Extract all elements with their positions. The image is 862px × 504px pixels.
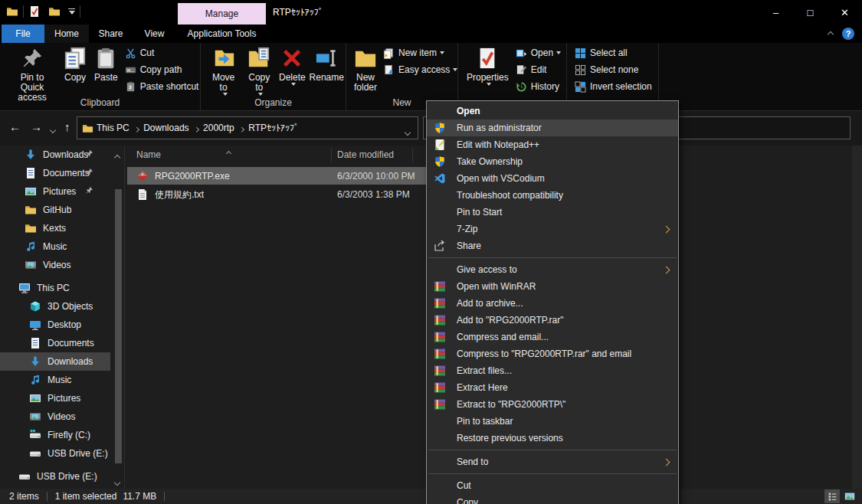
sidebar-item-kexts[interactable]: Kexts: [0, 219, 110, 237]
sidebar-scroll-thumb[interactable]: [115, 189, 122, 463]
ribbon-button-delete[interactable]: Delete: [277, 44, 307, 88]
menu-item-pin-to-start[interactable]: Pin to Start: [427, 204, 678, 221]
file-row-rpg2000rtp-exe[interactable]: RPG2000RTP.exe6/3/2000 10:00 PM: [127, 167, 426, 185]
sidebar-item-music[interactable]: Music: [0, 237, 110, 256]
sidebar-item-downloads[interactable]: Downloads: [0, 146, 110, 164]
sidebar-item-github[interactable]: GitHub: [0, 201, 110, 219]
help-icon[interactable]: ?: [842, 28, 854, 40]
sidebar-item-downloads[interactable]: Downloads: [0, 352, 110, 371]
menu-item-open-with-winrar[interactable]: Open with WinRAR: [427, 278, 678, 295]
breadcrumb-segment-downloads[interactable]: Downloads: [140, 123, 192, 133]
tab-home[interactable]: Home: [44, 25, 89, 43]
breadcrumb-segment-rtp[interactable]: RTPｾｯﾄｱｯﾌﾟ: [245, 123, 302, 133]
ribbon-button-copy[interactable]: Copy: [60, 44, 90, 85]
menu-item-add-to-rpg2000rtp-rar[interactable]: Add to "RPG2000RTP.rar": [427, 312, 678, 329]
sidebar-item-documents[interactable]: Documents: [0, 334, 110, 352]
ribbon-button-invert-selection[interactable]: Invert selection: [575, 78, 652, 95]
menu-item-7-zip[interactable]: 7-Zip: [427, 221, 678, 237]
ribbon-button-open[interactable]: Open: [516, 44, 561, 61]
ribbon-button-copy-path[interactable]: Copy path: [125, 61, 199, 78]
sidebar-item-this-pc[interactable]: This PC: [0, 279, 110, 297]
address-bar[interactable]: This PCDownloads2000rtpRTPｾｯﾄｱｯﾌﾟ: [77, 116, 418, 139]
menu-item-extract-here[interactable]: Extract Here: [427, 379, 678, 396]
column-divider[interactable]: [331, 148, 332, 162]
tab-view[interactable]: View: [133, 25, 176, 43]
scroll-up-icon[interactable]: [115, 152, 120, 162]
ribbon-button-cut[interactable]: Cut: [125, 44, 199, 61]
sidebar-item-3d-objects[interactable]: 3D Objects: [0, 297, 110, 316]
collapse-ribbon-icon[interactable]: [828, 28, 833, 39]
sidebar-item-music[interactable]: Music: [0, 371, 110, 389]
column-header-date-modified[interactable]: Date modified: [337, 146, 421, 164]
ribbon-button-properties[interactable]: Properties: [463, 44, 513, 88]
back-icon[interactable]: ←: [9, 120, 21, 133]
column-divider[interactable]: [412, 148, 413, 162]
menu-item-take-ownership[interactable]: Take Ownership: [427, 153, 678, 170]
menu-item-compress-to-rpg2000rtp-rar-and-email[interactable]: Compress to "RPG2000RTP.rar" and email: [427, 345, 678, 362]
tab-manage[interactable]: Manage: [178, 3, 266, 25]
maximize-button[interactable]: □: [793, 0, 828, 25]
column-header-name[interactable]: Name: [136, 146, 290, 164]
ribbon-button-rename[interactable]: Rename: [307, 44, 346, 85]
up-icon[interactable]: ↑: [64, 120, 70, 133]
thumbnail-view-button[interactable]: [842, 489, 857, 503]
close-button[interactable]: ✕: [828, 0, 862, 25]
address-dropdown-icon[interactable]: [405, 126, 410, 137]
ribbon-button-select-none[interactable]: Select none: [575, 61, 652, 78]
menu-item-troubleshoot-compatibility[interactable]: Troubleshoot compatibility: [427, 187, 678, 204]
file-row-txt[interactable]: 使用規約.txt6/3/2003 1:38 PM: [127, 186, 426, 204]
tab-share[interactable]: Share: [89, 25, 133, 43]
sidebar-item-usb-drive-e[interactable]: USB Drive (E:): [0, 444, 110, 463]
ribbon-button-easy-access[interactable]: Easy access: [383, 61, 457, 78]
menu-item-restore-previous-versions[interactable]: Restore previous versions: [427, 430, 678, 447]
menu-item-extract-files[interactable]: Extract files...: [427, 362, 678, 379]
menu-item-edit-with-notepad[interactable]: Edit with Notepad++: [427, 136, 678, 153]
sidebar-item-pictures[interactable]: Pictures: [0, 182, 110, 201]
menu-item-open[interactable]: Open: [427, 103, 678, 119]
menu-item-add-to-archive[interactable]: Add to archive...: [427, 295, 678, 312]
menu-item-open-with-vscodium[interactable]: Open with VSCodium: [427, 170, 678, 187]
ribbon-button-pin-to-quick-access[interactable]: Pin to Quick access: [5, 44, 60, 105]
menu-item-share[interactable]: Share: [427, 237, 678, 254]
recent-locations-icon[interactable]: [51, 124, 55, 135]
new-folder-qat-icon[interactable]: [48, 5, 61, 18]
forward-icon[interactable]: →: [31, 120, 42, 133]
tab-application-tools[interactable]: Application Tools: [178, 25, 266, 43]
list-scrollbar-track[interactable]: [852, 146, 862, 489]
menu-item-send-to[interactable]: Send to: [427, 453, 678, 470]
properties-qat-icon[interactable]: [28, 5, 41, 18]
winrar-icon: [434, 297, 446, 309]
ribbon-button-new-item[interactable]: New item: [383, 44, 457, 61]
tab-file[interactable]: File: [2, 25, 44, 43]
ribbon-button-move-to[interactable]: Move to: [205, 44, 241, 98]
sidebar-item-usb-drive-e[interactable]: USB Drive (E:): [0, 467, 110, 486]
menu-item-pin-to-taskbar[interactable]: Pin to taskbar: [427, 413, 678, 430]
ribbon-button-history[interactable]: History: [516, 78, 561, 95]
sidebar-scrollbar[interactable]: [113, 146, 123, 489]
minimize-button[interactable]: –: [759, 0, 793, 25]
sidebar-item-documents[interactable]: Documents: [0, 164, 110, 182]
sidebar-item-videos[interactable]: Videos: [0, 256, 110, 274]
menu-item-cut[interactable]: Cut: [427, 477, 678, 494]
scroll-down-icon[interactable]: [115, 476, 120, 487]
menu-item-label: 7-Zip: [457, 224, 477, 234]
ribbon-button-new-folder[interactable]: New folder: [351, 44, 380, 95]
sidebar-item-videos[interactable]: Videos: [0, 407, 110, 426]
sidebar-item-desktop[interactable]: Desktop: [0, 316, 110, 334]
breadcrumb-segment-this-pc[interactable]: This PC: [93, 123, 133, 133]
sidebar-item-firefly-c[interactable]: Firefly (C:): [0, 426, 110, 444]
ribbon-button-select-all[interactable]: Select all: [575, 44, 652, 61]
ribbon-button-paste[interactable]: Paste: [90, 44, 122, 85]
ribbon-button-copy-to[interactable]: Copy to: [241, 44, 277, 98]
ribbon-button-edit[interactable]: Edit: [516, 61, 561, 78]
ribbon-button-paste-shortcut[interactable]: Paste shortcut: [125, 78, 199, 95]
qat-customize-button[interactable]: [68, 8, 75, 15]
menu-item-run-as-administrator[interactable]: Run as administrator: [427, 119, 678, 136]
sidebar-item-pictures[interactable]: Pictures: [0, 389, 110, 407]
menu-item-copy[interactable]: Copy: [427, 494, 678, 504]
details-view-button[interactable]: [824, 489, 840, 503]
breadcrumb-segment-2000rtp[interactable]: 2000rtp: [200, 123, 238, 133]
menu-item-compress-and-email[interactable]: Compress and email...: [427, 329, 678, 345]
menu-item-extract-to-rpg2000rtp[interactable]: Extract to "RPG2000RTP\": [427, 396, 678, 413]
menu-item-give-access-to[interactable]: Give access to: [427, 261, 678, 278]
